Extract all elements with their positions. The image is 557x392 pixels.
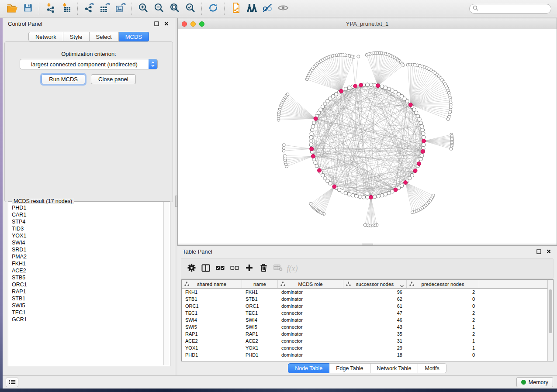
cell-name[interactable]: SWI4 <box>242 317 278 323</box>
tab-network-table[interactable]: Network Table <box>370 363 419 373</box>
result-item[interactable]: PHD1 <box>12 204 163 211</box>
table-row[interactable]: STB1STB1dominator620 <box>182 296 553 303</box>
result-item[interactable]: RAP1 <box>12 288 163 295</box>
cell-successor-nodes[interactable]: 47 <box>343 310 407 316</box>
table-row[interactable]: SWI5SWI5connector431 <box>182 323 553 330</box>
cell-successor-nodes[interactable]: 46 <box>343 317 407 323</box>
column-header-shared-name[interactable]: shared name <box>182 280 242 288</box>
cell-mcds-role[interactable]: dominator <box>278 331 343 337</box>
open-folder-button[interactable] <box>4 2 20 16</box>
delete-column-button[interactable] <box>258 262 269 275</box>
cell-predecessor-nodes[interactable]: 1 <box>407 338 479 344</box>
minimize-window-button[interactable] <box>190 21 196 27</box>
cell-predecessor-nodes[interactable]: 0 <box>407 296 479 302</box>
zoom-fit-button[interactable] <box>167 2 183 16</box>
cell-mcds-role[interactable]: dominator <box>278 296 343 302</box>
cell-name[interactable]: FKH1 <box>242 289 278 295</box>
result-item[interactable]: SRD1 <box>12 246 163 253</box>
cell-mcds-role[interactable]: connector <box>278 310 343 316</box>
cell-mcds-role[interactable]: dominator <box>278 289 343 295</box>
cell-predecessor-nodes[interactable]: 1 <box>407 324 479 330</box>
cell-name[interactable]: YOX1 <box>242 345 278 351</box>
tab-style[interactable]: Style <box>63 32 90 41</box>
zoom-selected-button[interactable] <box>183 2 198 16</box>
deselect-all-button[interactable] <box>229 262 240 275</box>
tab-edge-table[interactable]: Edge Table <box>329 363 370 373</box>
cell-successor-nodes[interactable]: 43 <box>343 324 407 330</box>
maximize-window-button[interactable] <box>199 21 204 27</box>
column-header-mcds-role[interactable]: MCDS role <box>278 280 343 288</box>
cell-successor-nodes[interactable]: 96 <box>343 289 407 295</box>
table-row[interactable]: TEC1TEC1connector472 <box>182 309 553 316</box>
cell-successor-nodes[interactable]: 62 <box>343 296 407 302</box>
table-row[interactable]: PHD1PHD1dominator180 <box>182 351 553 358</box>
tab-node-table[interactable]: Node Table <box>288 363 329 373</box>
table-row[interactable]: YOX1YOX1connector291 <box>182 344 553 351</box>
table-row[interactable]: ORC1ORC1dominator610 <box>182 303 553 309</box>
cell-name[interactable]: SWI5 <box>242 324 278 330</box>
cell-shared-name[interactable]: TEC1 <box>182 310 242 316</box>
table-scrollbar[interactable] <box>547 280 553 361</box>
table-row[interactable]: SWI4SWI4dominator462 <box>182 316 553 323</box>
cell-predecessor-nodes[interactable]: 2 <box>407 317 479 323</box>
cell-predecessor-nodes[interactable]: 0 <box>407 303 479 309</box>
cell-predecessor-nodes[interactable]: 2 <box>407 331 479 337</box>
hide-graphics-details-button[interactable] <box>259 2 275 16</box>
cell-mcds-role[interactable]: connector <box>278 338 343 344</box>
cell-mcds-role[interactable]: dominator <box>278 317 343 323</box>
result-item[interactable]: PMA2 <box>12 253 163 260</box>
cell-shared-name[interactable]: SWI5 <box>182 324 242 330</box>
result-item[interactable]: SWI5 <box>12 302 163 309</box>
cell-shared-name[interactable]: ACE2 <box>182 338 242 344</box>
cell-mcds-role[interactable]: dominator <box>278 303 343 309</box>
cell-name[interactable]: TEC1 <box>242 310 278 316</box>
table-row[interactable]: FKH1FKH1dominator962 <box>182 289 553 296</box>
export-network-button[interactable] <box>81 2 97 16</box>
memory-button[interactable]: Memory <box>516 377 553 387</box>
float-panel-button[interactable] <box>536 248 542 254</box>
panel-splitter-horizontal[interactable] <box>178 244 557 245</box>
delete-table-button[interactable] <box>272 262 284 275</box>
refresh-layout-button[interactable] <box>205 2 221 16</box>
cell-shared-name[interactable]: STB1 <box>182 296 242 302</box>
cell-name[interactable]: ACE2 <box>242 338 278 344</box>
splitter-handle[interactable] <box>362 244 373 245</box>
result-item[interactable]: CAR1 <box>12 211 163 218</box>
cell-shared-name[interactable]: FKH1 <box>182 289 242 295</box>
cell-predecessor-nodes[interactable]: 2 <box>407 310 479 316</box>
zoom-out-button[interactable] <box>151 2 167 16</box>
toggle-columns-button[interactable] <box>200 262 211 275</box>
result-item[interactable]: STB1 <box>12 295 163 302</box>
float-panel-button[interactable] <box>153 21 159 27</box>
zoom-in-button[interactable] <box>135 2 151 16</box>
optimization-criterion-select[interactable]: largest connected component (undirected) <box>20 59 158 69</box>
run-mcds-button[interactable]: Run MCDS <box>42 74 85 84</box>
task-history-button[interactable] <box>6 378 18 387</box>
add-column-button[interactable] <box>243 262 255 275</box>
result-item[interactable]: ACE2 <box>12 267 163 274</box>
show-graphics-details-button[interactable] <box>275 2 291 16</box>
cell-name[interactable]: PHD1 <box>242 352 278 358</box>
cell-mcds-role[interactable]: connector <box>278 324 343 330</box>
cell-successor-nodes[interactable]: 18 <box>343 352 407 358</box>
table-row[interactable]: ACE2ACE2connector311 <box>182 337 553 344</box>
result-list-scrollbar[interactable] <box>163 202 170 365</box>
cell-shared-name[interactable]: PHD1 <box>182 352 242 358</box>
result-item[interactable]: STP4 <box>12 218 163 225</box>
result-item[interactable]: YOX1 <box>12 232 163 239</box>
export-image-button[interactable] <box>113 2 128 16</box>
cell-name[interactable]: STB1 <box>242 296 278 302</box>
cell-successor-nodes[interactable]: 31 <box>343 338 407 344</box>
cell-shared-name[interactable]: RAP1 <box>182 331 242 337</box>
cell-shared-name[interactable]: YOX1 <box>182 345 242 351</box>
result-item[interactable]: TEC1 <box>12 309 163 316</box>
column-header-predecessor-nodes[interactable]: predecessor nodes <box>407 280 479 288</box>
cell-shared-name[interactable]: ORC1 <box>182 303 242 309</box>
cell-predecessor-nodes[interactable]: 1 <box>407 345 479 351</box>
result-item[interactable]: TID3 <box>12 225 163 232</box>
result-item[interactable]: SWI4 <box>12 239 163 246</box>
search-input[interactable] <box>480 4 551 13</box>
table-settings-button[interactable] <box>186 262 197 275</box>
cell-mcds-role[interactable]: dominator <box>278 352 343 358</box>
close-panel-icon-button[interactable] <box>163 21 170 27</box>
